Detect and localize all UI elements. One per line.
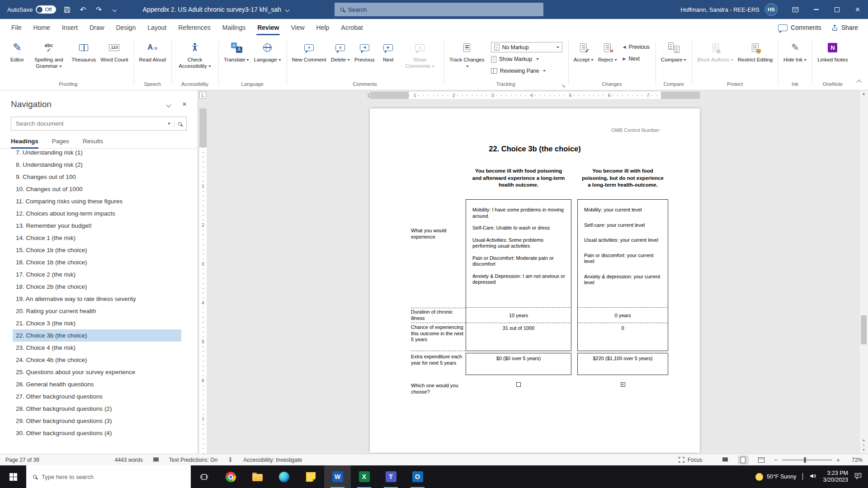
volume-button[interactable] [809, 473, 816, 481]
tab-layout[interactable]: Layout [142, 19, 172, 36]
web-layout-button[interactable] [756, 455, 767, 465]
show-comments-button[interactable]: Show Comments [400, 38, 440, 80]
heading-item-selected[interactable]: 22. Choice 3b (the choice) [13, 329, 181, 342]
zoom-slider-thumb[interactable] [804, 457, 806, 463]
heading-item[interactable]: 25. Questions about your survey experien… [13, 366, 181, 378]
collapse-ribbon-button[interactable] [857, 78, 861, 86]
previous-change-button[interactable]: ◀ Previous [623, 42, 650, 52]
ribbon-display-options-button[interactable] [785, 0, 806, 19]
document-page[interactable]: OMB Control Number: 22. Choice 3b (the c… [370, 108, 700, 453]
tab-review[interactable]: Review [251, 19, 285, 36]
heading-item[interactable]: 26. General health questions [13, 378, 181, 390]
restrict-editing-button[interactable]: Restrict Editing [736, 38, 775, 80]
translate-button[interactable]: Translate [222, 38, 252, 80]
block-authors-button[interactable]: Block Authors [695, 38, 735, 80]
tab-insert[interactable]: Insert [56, 19, 84, 36]
compare-button[interactable]: Compare [659, 38, 689, 80]
focus-button[interactable]: Focus [679, 457, 703, 463]
word-count-indicator[interactable]: 4443 words [115, 457, 143, 463]
linked-notes-button[interactable]: Linked Notes [815, 38, 850, 80]
spelling-grammar-button[interactable]: abc✓ Spelling and Grammar [28, 38, 69, 80]
outlook-button[interactable]: O [404, 465, 431, 488]
heading-item[interactable]: 11. Comparing risks using these figures [13, 195, 181, 207]
accept-button[interactable]: ✓ Accept [571, 38, 596, 80]
next-change-button[interactable]: ▶ Next [623, 54, 650, 64]
chrome-button[interactable] [217, 465, 244, 488]
choice-checkbox-2[interactable]: × [621, 382, 625, 387]
close-navigation-button[interactable]: × [182, 100, 187, 109]
navigation-options-button[interactable] [167, 100, 170, 108]
zoom-in-button[interactable]: + [836, 456, 840, 464]
reject-button[interactable]: × Reject [596, 38, 619, 80]
delete-comment-button[interactable]: Delete [329, 38, 352, 80]
tab-headings[interactable]: Headings [11, 138, 38, 148]
page-indicator[interactable]: Page 27 of 39 [5, 457, 39, 463]
tab-help[interactable]: Help [311, 19, 335, 36]
tab-home[interactable]: Home [28, 19, 56, 36]
tracking-dialog-launcher[interactable]: ↘ [561, 83, 566, 89]
word-count-button[interactable]: Word Count [98, 38, 130, 80]
hidden-icons-button[interactable] [802, 474, 803, 480]
heading-item[interactable]: 7. Understanding risk (1) [13, 149, 181, 159]
heading-item[interactable]: 17. Choice 2 (the risk) [13, 268, 181, 281]
close-button[interactable]: × [847, 0, 868, 19]
heading-item[interactable]: 10. Changes out of 1000 [13, 183, 181, 195]
page-nav-buttons[interactable]: ▴•▾ [859, 437, 868, 452]
undo-button[interactable]: ↶ [79, 4, 88, 15]
heading-item[interactable]: 15. Choice 1b (the choice) [13, 244, 181, 256]
new-comment-button[interactable]: New Comment [290, 38, 329, 80]
file-explorer-button[interactable] [244, 465, 271, 488]
heading-item[interactable]: 23. Choice 4 (the risk) [13, 342, 181, 354]
read-mode-button[interactable] [720, 455, 731, 465]
language-button[interactable]: Language [251, 38, 283, 80]
editor-button[interactable]: Editor [6, 38, 28, 80]
heading-item[interactable]: 21. Choice 3 (the risk) [13, 317, 181, 329]
check-accessibility-button[interactable]: Check Accessibility [175, 38, 215, 80]
tab-draw[interactable]: Draw [84, 19, 110, 36]
display-for-review-select[interactable]: No Markup [491, 42, 562, 52]
read-aloud-button[interactable]: Read Aloud [137, 38, 168, 80]
hide-ink-button[interactable]: Hide Ink [781, 38, 809, 80]
zoom-slider[interactable] [782, 460, 832, 460]
share-button[interactable]: Share [831, 24, 858, 31]
taskbar-search[interactable] [26, 465, 191, 488]
tab-selector[interactable] [198, 90, 208, 100]
document-search-box[interactable] [11, 117, 187, 131]
tab-acrobat[interactable]: Acrobat [335, 19, 368, 36]
accessibility-status-icon[interactable] [227, 457, 233, 463]
maximize-button[interactable] [826, 0, 847, 19]
accessibility-status[interactable]: Accessibility: Investigate [243, 457, 302, 463]
tab-view[interactable]: View [285, 19, 310, 36]
heading-item[interactable]: 20. Rating your current health [13, 305, 181, 317]
save-button[interactable] [63, 4, 72, 15]
heading-item[interactable]: 28. Other background questions (2) [13, 403, 181, 415]
heading-item[interactable]: 16. Choice 1b (the choice) [13, 256, 181, 268]
reviewing-pane-button[interactable]: Reviewing Pane [491, 66, 562, 76]
heading-item[interactable]: 14. Choice 1 (the risk) [13, 232, 181, 244]
weather-widget[interactable]: 50°F Sunny [755, 473, 796, 481]
search-input[interactable] [348, 6, 520, 13]
show-markup-button[interactable]: Show Markup [491, 54, 562, 64]
sticky-notes-button[interactable] [297, 465, 324, 488]
clock[interactable]: 3:23 PM 3/20/2023 [823, 470, 848, 483]
tab-results[interactable]: Results [83, 138, 103, 148]
document-title[interactable]: Appendix 2. US Adult chronic survey3-17 … [143, 6, 289, 13]
excel-button[interactable]: X [351, 465, 377, 488]
tab-pages[interactable]: Pages [52, 138, 69, 148]
zoom-percentage[interactable]: 72% [847, 457, 863, 463]
comments-button[interactable]: Comments [778, 24, 821, 31]
heading-item[interactable]: 19. An alternative way to rate illness s… [13, 293, 181, 305]
taskbar-search-input[interactable] [42, 474, 168, 480]
edge-button[interactable] [271, 465, 297, 488]
action-center-button[interactable] [854, 473, 862, 481]
track-changes-button[interactable]: Track Changes [447, 38, 487, 80]
proofing-status-icon[interactable] [153, 457, 159, 463]
teams-button[interactable]: T [377, 465, 404, 488]
heading-item[interactable]: 9. Changes out of 100 [13, 171, 181, 183]
tab-mailings[interactable]: Mailings [217, 19, 251, 36]
tab-file[interactable]: File [5, 19, 28, 36]
autosave-toggle[interactable]: AutoSave Off [7, 5, 56, 14]
heading-item[interactable]: 24. Choice 4b (the choice) [13, 354, 181, 366]
search-bar[interactable] [335, 3, 543, 16]
scrollbar-thumb[interactable] [861, 315, 867, 344]
